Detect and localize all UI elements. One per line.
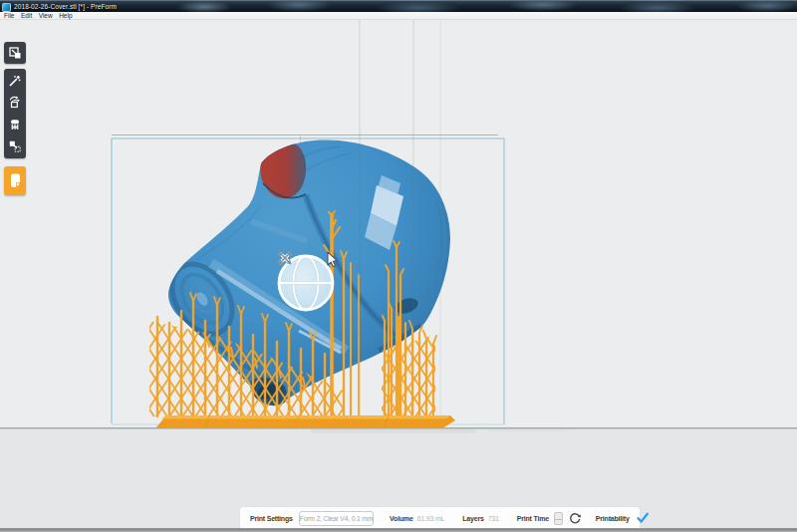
print-time-value: —: [554, 512, 563, 525]
rotate-cube-icon: [8, 96, 22, 110]
magic-wand-icon: [8, 74, 22, 88]
printability-status: [636, 512, 650, 524]
floor-reflection-2: [488, 429, 568, 432]
layout-tool-button[interactable]: [4, 135, 26, 157]
title-bar[interactable]: 2018-02-26-Cover.stl [*] - PreForm: [0, 0, 797, 12]
print-cartridge-icon: [8, 172, 23, 189]
viewport-3d[interactable]: [0, 0, 797, 532]
layout-icon: [8, 139, 22, 153]
orientation-tool-button[interactable]: [4, 92, 26, 114]
scale-icon: [8, 46, 22, 60]
supports-icon: [8, 118, 22, 132]
move-gizmo[interactable]: [278, 256, 334, 310]
window-title: 2018-02-26-Cover.stl [*] - PreForm: [14, 2, 117, 12]
print-settings-label: Print Settings: [250, 515, 293, 522]
window-bottom-border: [0, 528, 797, 532]
refresh-icon: [568, 511, 582, 525]
layers-value: 731: [488, 515, 499, 522]
supports-tool-button[interactable]: [4, 114, 26, 135]
check-icon: [636, 512, 650, 524]
one-click-print-button[interactable]: [4, 70, 26, 92]
menu-file[interactable]: File: [4, 12, 14, 20]
size-tool-button[interactable]: [4, 42, 26, 64]
tool-group: [4, 69, 26, 158]
print-info-bar: Print Settings Form 2, Clear V4, 0.1 mm …: [239, 506, 641, 529]
printability-label: Printability: [596, 515, 630, 522]
menu-edit[interactable]: Edit: [21, 12, 32, 20]
menu-help[interactable]: Help: [59, 12, 72, 20]
layers-label: Layers: [462, 515, 483, 522]
print-settings-selector[interactable]: Form 2, Clear V4, 0.1 mm: [299, 511, 374, 526]
print-button[interactable]: [4, 166, 26, 195]
menu-view[interactable]: View: [39, 12, 53, 20]
volume-value: 61.93 mL: [417, 515, 445, 522]
menu-bar: File Edit View Help: [0, 12, 797, 20]
left-toolbar: [4, 42, 26, 195]
volume-label: Volume: [390, 515, 413, 522]
floor-reflection: [311, 429, 476, 433]
preform-app-icon: [2, 3, 11, 12]
preform-window: 2018-02-26-Cover.stl [*] - PreForm File …: [0, 0, 797, 532]
print-time-refresh-button[interactable]: [568, 511, 582, 525]
print-time-label: Print Time: [517, 515, 549, 522]
